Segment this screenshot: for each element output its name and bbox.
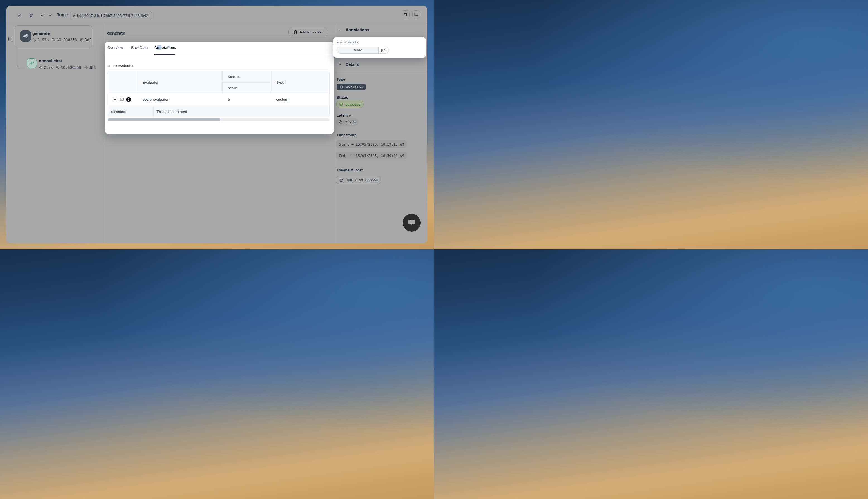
node-tokens: 388 <box>80 38 92 42</box>
workflow-icon <box>20 31 31 41</box>
cell-type: custom <box>276 97 288 101</box>
chat-bubble-icon <box>407 219 416 227</box>
col-header-type: Type <box>276 80 284 84</box>
trace-viewer-modal: Trace # 1cbb70e7-34a1-7bb7-3498-771b7d46… <box>7 6 427 243</box>
timestamp-end-badge: End – 15/05/2025, 10:39:21 AM <box>336 151 407 159</box>
trace-id-badge[interactable]: # 1cbb70e7-34a1-7bb7-3498-771b7d46d942 <box>70 11 152 20</box>
table-header <box>108 71 329 93</box>
table-row[interactable]: 1 score-evaluator 5 custom <box>108 93 329 106</box>
tab-annotations[interactable]: Annotations <box>154 46 176 50</box>
details-section-header[interactable]: Details <box>338 62 359 66</box>
cell-score: 5 <box>228 97 230 101</box>
add-to-testset-label: Add to testset <box>300 30 323 34</box>
status-badge: success <box>336 101 364 108</box>
comment-key: comment <box>111 110 126 114</box>
chevron-down-icon <box>338 63 342 66</box>
tokens-cost-badge: 388 / $0.000558 <box>336 176 381 184</box>
check-circle-icon <box>339 102 343 106</box>
chevron-down-icon <box>338 28 342 32</box>
node-cost: $0.000558 <box>52 38 77 42</box>
coins-icon <box>52 38 56 42</box>
section-divider <box>335 72 427 72</box>
node-title: openai.chat <box>39 59 62 63</box>
latency-badge: 2.97s <box>336 119 359 126</box>
comment-value: This is a comment <box>156 110 187 114</box>
annotations-table: Evaluator Metrics score Type 1 score-eva… <box>108 71 330 117</box>
tab-overview[interactable]: Overview <box>107 46 123 50</box>
annotation-evaluator-label: score-evaluator <box>337 40 359 44</box>
col-header-metric-score: score <box>228 86 237 90</box>
tabs-divider <box>105 55 334 55</box>
stopwatch-icon <box>39 65 43 70</box>
workflow-icon <box>339 85 343 89</box>
chat-widget-button[interactable] <box>403 214 421 232</box>
trash-icon <box>403 12 408 16</box>
node-title: generate <box>32 31 50 36</box>
plus-circle-icon <box>339 178 343 182</box>
tree-connector <box>17 47 26 67</box>
database-icon <box>293 30 298 34</box>
comment-row: comment This is a comment <box>108 106 329 117</box>
tree-collapse-toggle[interactable] <box>8 37 12 41</box>
stopwatch-icon <box>32 38 36 42</box>
score-metric-pill[interactable]: score μ 5 <box>337 47 389 53</box>
tokens-cost-label: Tokens & Cost <box>337 168 363 172</box>
tree-node-openai-chat[interactable]: openai.chat 2.7s $0.000558 388 <box>27 58 102 75</box>
type-label: Type <box>337 77 345 82</box>
chevron-down-icon[interactable] <box>47 12 53 19</box>
collapse-icon[interactable] <box>28 12 34 19</box>
evaluator-section-label: score-evaluator <box>108 63 134 68</box>
node-cost: $0.000558 <box>56 65 81 70</box>
latency-label: Latency <box>337 113 351 117</box>
span-title: generate <box>107 31 125 36</box>
tree-node-generate[interactable]: generate 2.97s $0.000558 388 <box>14 25 92 47</box>
panel-layout-icon <box>414 12 418 16</box>
status-label: Status <box>337 95 348 99</box>
timestamp-label: Timestamp <box>337 133 357 137</box>
toggle-panel-button[interactable] <box>412 10 420 19</box>
close-icon[interactable] <box>16 12 22 19</box>
node-latency: 2.7s <box>39 65 53 70</box>
metric-name[interactable]: score <box>337 47 379 53</box>
horizontal-scrollbar[interactable] <box>108 119 330 121</box>
coins-icon <box>56 65 60 70</box>
timestamp-start-badge: Start – 15/05/2025, 10:39:18 AM <box>336 140 407 148</box>
comment-icon[interactable] <box>120 97 124 102</box>
metric-mean-value: μ 5 <box>379 47 388 53</box>
comment-count-badge[interactable]: 1 <box>126 97 131 102</box>
delete-trace-button[interactable] <box>402 10 410 19</box>
type-badge: workflow <box>337 84 366 90</box>
sidebar-divider[interactable] <box>103 23 103 243</box>
add-to-testset-button[interactable]: Add to testset <box>288 28 327 36</box>
section-divider <box>335 58 427 58</box>
sparkles-icon <box>27 58 37 68</box>
stopwatch-icon <box>339 120 343 124</box>
node-tokens: 388 <box>84 65 96 70</box>
annotation-score-card: score-evaluator score μ 5 <box>333 37 426 58</box>
node-latency: 2.97s <box>32 38 49 42</box>
col-header-metrics: Metrics <box>228 75 240 79</box>
page-title: Trace <box>57 12 68 17</box>
col-header-evaluator: Evaluator <box>143 80 158 84</box>
trace-id: # 1cbb70e7-34a1-7bb7-3498-771b7d46d942 <box>73 14 148 18</box>
annotations-section-header[interactable]: Annotations <box>338 28 369 32</box>
chevron-up-icon[interactable] <box>39 12 46 19</box>
span-detail-card: Overview Raw Data Annotations score-eval… <box>105 41 334 134</box>
scrollbar-thumb[interactable] <box>108 119 220 121</box>
plus-circle-icon <box>80 38 84 42</box>
cell-evaluator: score-evaluator <box>143 97 168 101</box>
tab-raw-data[interactable]: Raw Data <box>131 46 147 50</box>
plus-circle-icon <box>84 65 88 70</box>
row-collapse-toggle[interactable] <box>112 97 117 102</box>
